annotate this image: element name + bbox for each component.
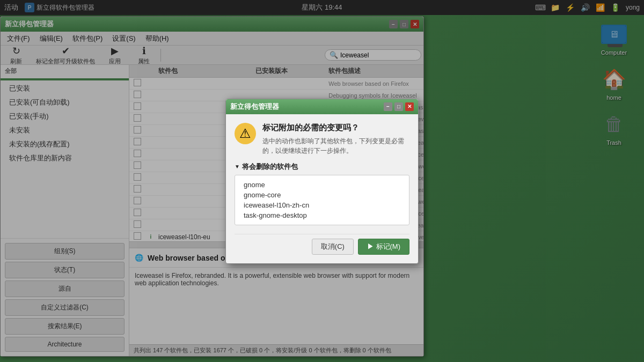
dialog-maximize-btn[interactable]: □ [394, 102, 403, 111]
list-item: gnome-core [239, 190, 405, 200]
dialog-section: ▼ 将会删除的软件包 gnome gnome-core iceweasel-l1… [235, 162, 409, 225]
dialog-content: ⚠ 标记附加的必需的变更吗？ 选中的动作也影响了其他软件包，下列变更是必需的，以… [226, 114, 418, 263]
dialog-minimize-btn[interactable]: − [384, 102, 392, 111]
dialog-section-title: 将会删除的软件包 [242, 162, 298, 172]
dialog-section-header[interactable]: ▼ 将会删除的软件包 [235, 162, 409, 172]
mark-button[interactable]: ▶ 标记(M) [358, 239, 409, 255]
dialog-main-question: 标记附加的必需的变更吗？ [262, 123, 409, 133]
desktop: 活动 P 新立得软件包管理器 星期六 19:44 ⌨ 📁 ⚡ 🔊 📶 🔋 yon… [0, 0, 644, 362]
dialog-overlay: 新立得包管理器 − □ ✕ ⚠ 标记附加的必需的变更吗？ 选中的动作也影响了其他… [0, 0, 644, 362]
cancel-button[interactable]: 取消(C) [312, 239, 354, 255]
dialog-header-text: 标记附加的必需的变更吗？ 选中的动作也影响了其他软件包，下列变更是必需的，以便继… [262, 123, 409, 156]
dialog-header-row: ⚠ 标记附加的必需的变更吗？ 选中的动作也影响了其他软件包，下列变更是必需的，以… [235, 123, 409, 156]
dialog: 新立得包管理器 − □ ✕ ⚠ 标记附加的必需的变更吗？ 选中的动作也影响了其他… [225, 99, 419, 264]
dialog-warning-icon: ⚠ [235, 123, 256, 144]
list-item: iceweasel-l10n-zh-cn [239, 200, 405, 210]
dialog-titlebar: 新立得包管理器 − □ ✕ [226, 99, 418, 114]
dialog-title: 新立得包管理器 [230, 102, 279, 112]
dialog-buttons: 取消(C) ▶ 标记(M) [235, 234, 409, 255]
dialog-package-list: gnome gnome-core iceweasel-l10n-zh-cn ta… [235, 175, 409, 225]
list-item: task-gnome-desktop [239, 210, 405, 220]
dialog-window-controls: − □ ✕ [384, 102, 414, 111]
dialog-close-btn[interactable]: ✕ [405, 102, 414, 111]
dialog-description: 选中的动作也影响了其他软件包，下列变更是必需的，以便继续进行下一步操作。 [262, 136, 409, 156]
list-item: gnome [239, 180, 405, 190]
expand-icon: ▼ [235, 164, 240, 169]
